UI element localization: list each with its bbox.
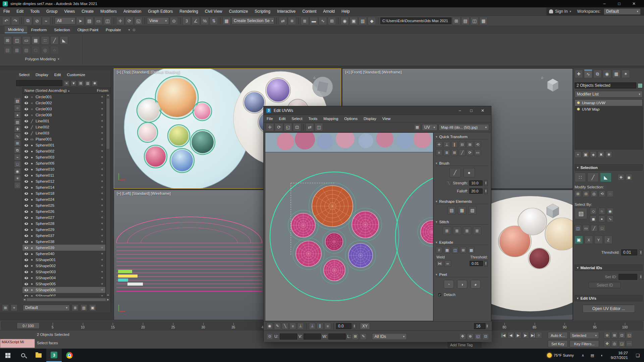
ribbon-disabled-tool-6[interactable]: ○ <box>50 46 59 54</box>
brush-falloff-icon[interactable]: ╲ <box>446 180 451 186</box>
clear-search-icon[interactable]: ✕ <box>64 80 69 86</box>
menu-interactive[interactable]: Interactive <box>274 7 299 15</box>
close-button[interactable]: ✕ <box>627 0 641 7</box>
ribbon-disabled-tool-5[interactable]: ◎ <box>41 46 49 54</box>
visibility-eye-icon[interactable] <box>24 295 28 297</box>
uv-scale-button[interactable]: ◱ <box>284 123 292 131</box>
ribbon-disabled-tool-1[interactable]: ▤ <box>3 46 12 54</box>
cp-threshold-field[interactable]: 0.01 <box>621 249 637 255</box>
uv-show-map-toggle[interactable]: ▦ <box>414 124 421 131</box>
hscroll-left-icon[interactable]: ◀ <box>22 298 26 301</box>
select-by-element-button[interactable]: ◼ <box>590 216 597 222</box>
select-rotate-button[interactable]: ⟳ <box>125 17 133 25</box>
visibility-eye-icon[interactable] <box>24 180 28 183</box>
visibility-eye-icon[interactable] <box>24 210 28 213</box>
hierarchy-tab[interactable]: ⧉ <box>593 70 602 78</box>
explorer-row-sphere001[interactable]: ●Sphere001✳ <box>22 142 105 148</box>
uv-canvas[interactable] <box>265 132 433 321</box>
uv-menu-mapping[interactable]: Mapping <box>320 115 341 122</box>
visibility-eye-icon[interactable] <box>24 283 28 285</box>
uv-threshold-spinner[interactable]: ▲▼ <box>484 260 488 266</box>
rendered-frame-button[interactable]: ▥ <box>359 17 367 25</box>
menu-edit[interactable]: Edit <box>13 7 27 15</box>
hscroll-thumb[interactable] <box>27 298 105 301</box>
visibility-eye-icon[interactable] <box>24 289 28 291</box>
uv-align-bottom-button[interactable]: ⊥ <box>309 323 316 329</box>
filter-funnel-icon[interactable]: ▼ <box>71 80 76 86</box>
uv-flatten-button[interactable]: ▩ <box>468 247 475 253</box>
explorer-row-sshape003[interactable]: ✦SShape003✳ <box>22 269 105 275</box>
uv-vertex-plus-button[interactable]: ✚ <box>618 174 624 181</box>
configure-modifier-sets-button[interactable]: ✱ <box>605 151 612 158</box>
select-by-name-button[interactable]: ▤ <box>85 17 94 25</box>
uv-stitch-average-button[interactable]: ≣ <box>453 227 461 235</box>
select-id-button[interactable]: Select ID <box>589 282 621 288</box>
render-toggle-icon[interactable]: ✳ <box>101 264 103 267</box>
uv-menu-edit[interactable]: Edit <box>276 115 289 122</box>
menu-arnold[interactable]: Arnold <box>320 7 338 15</box>
explorer-list-view-icon[interactable]: ≣ <box>72 304 78 311</box>
uv-close-button[interactable]: ✕ <box>477 107 488 115</box>
explorer-row-sphere037[interactable]: ●Sphere037✳ <box>22 233 105 239</box>
motion-tab[interactable]: ◉ <box>603 70 611 78</box>
explorer-filter-groups-icon[interactable]: ⊞ <box>14 140 21 146</box>
ribbon-polygon-tool-5[interactable]: ∷ <box>41 36 49 45</box>
use-pivot-center-button[interactable]: ⊙ <box>170 17 178 25</box>
ribbon-polygon-tool-6[interactable]: ╱ <box>50 36 59 45</box>
render-toggle-icon[interactable]: ✳ <box>101 198 103 201</box>
menu-animation[interactable]: Animation <box>120 7 145 15</box>
spinner-snap-button[interactable]: ⇅ <box>210 17 218 25</box>
render-toggle-icon[interactable]: ✳ <box>101 131 103 135</box>
unlink-selection-button[interactable]: ⊘ <box>33 17 41 25</box>
zoom-region-button[interactable]: ◱ <box>626 332 633 339</box>
explorer-row-line003[interactable]: ╱Line003✳ <box>22 130 105 136</box>
tray-expand-icon[interactable]: ∧ <box>579 349 587 362</box>
explorer-row-sshape001[interactable]: ✦SShape001✳ <box>22 257 105 263</box>
explorer-filter-hidden-icon[interactable]: ◌ <box>14 182 21 189</box>
explorer-vscrollbar[interactable]: ▲ ▼ <box>106 94 110 297</box>
uv-map-dropdown[interactable]: Map #8 (do... (50).jpg)▾ <box>439 124 489 131</box>
explorer-grid-view-icon[interactable]: ▥ <box>80 304 87 311</box>
explorer-filter-materials-icon[interactable]: ◉ <box>14 168 21 175</box>
visibility-eye-icon[interactable] <box>24 229 28 231</box>
uv-rotate-button[interactable]: ⟳ <box>275 123 283 131</box>
quick-transform-header[interactable]: ▾Quick Transform <box>436 134 488 139</box>
explorer-filter-cameras-icon[interactable]: ▥ <box>14 119 21 125</box>
ribbon-toggle-button[interactable]: ▬ <box>310 17 318 25</box>
uv-angle-spinner[interactable]: ▲▼ <box>353 323 356 329</box>
selection-filter-dropdown[interactable]: All▾ <box>55 17 75 24</box>
uv-absolute-typein-icon[interactable]: ⊙ <box>266 333 273 340</box>
object-color-swatch[interactable] <box>638 83 643 88</box>
uv-relax-brush-button[interactable]: ● <box>464 168 475 177</box>
uv-rotate90ccw-button[interactable]: ⟲ <box>474 141 481 148</box>
explorer-row-line001[interactable]: ╱Line001✳ <box>22 118 105 124</box>
render-toggle-icon[interactable]: ✳ <box>101 222 103 225</box>
explorer-hscrollbar[interactable]: ◀ ▶ <box>22 297 110 302</box>
add-time-tag[interactable]: Add Time Tag <box>448 342 481 348</box>
reshape-header[interactable]: ▾Reshape Elements <box>436 199 488 204</box>
pan-button[interactable]: ✥ <box>604 340 610 347</box>
visibility-eye-icon[interactable] <box>24 186 28 189</box>
uv-weld-selected-button[interactable]: ⋈ <box>436 260 443 267</box>
render-toggle-icon[interactable]: ✳ <box>101 270 103 274</box>
visibility-eye-icon[interactable] <box>24 204 28 207</box>
explorer-row-sphere029[interactable]: ●Sphere029✳ <box>22 227 105 233</box>
uv-soft-selection-button[interactable]: ◉ <box>266 323 273 329</box>
render-toggle-icon[interactable]: ✳ <box>101 210 103 213</box>
select-by-smoothing-button[interactable]: ○ <box>598 208 605 215</box>
uv-zoom-extents-button[interactable]: ⊡ <box>482 333 489 340</box>
uv-peel-mode-button[interactable]: ◑ <box>457 280 467 289</box>
auto-key-button[interactable]: Auto K... <box>548 332 568 339</box>
new-explorer-icon[interactable]: ⊞ <box>2 304 9 311</box>
uv-paint-soft-button[interactable]: ✎ <box>274 323 281 329</box>
uv-align-left-button[interactable]: ⊟ <box>459 141 466 148</box>
uv-edge-distance-button[interactable]: ≡ <box>289 323 296 329</box>
explorer-row-sphere005[interactable]: ●Sphere005✳ <box>22 160 105 166</box>
uv-move-button[interactable]: ✛ <box>266 123 274 131</box>
file-explorer-button[interactable] <box>31 349 46 362</box>
explorer-preset-dropdown[interactable]: Default▾ <box>23 305 70 311</box>
column-chooser-icon[interactable]: ▥ <box>85 80 91 86</box>
uv-align-top-button[interactable]: ∥ <box>317 323 323 329</box>
explorer-row-sshape002[interactable]: ✦SShape002✳ <box>22 263 105 269</box>
uv-break-button[interactable]: # <box>436 247 442 253</box>
